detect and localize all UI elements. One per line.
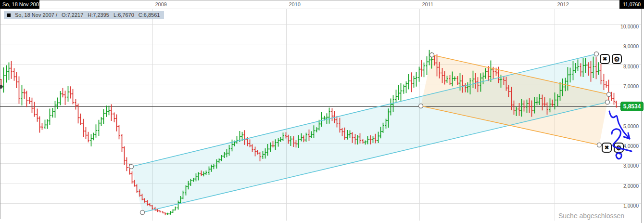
ohlc-bar bbox=[123, 146, 126, 165]
ohlc-bar bbox=[164, 212, 166, 215]
ohlc-bar bbox=[105, 105, 108, 117]
drag-handle[interactable] bbox=[430, 53, 434, 57]
ohlc-bar bbox=[69, 86, 72, 98]
x-axis-label: 2011 bbox=[422, 1, 434, 7]
ohlc-bar bbox=[51, 108, 54, 118]
channel-toolbar-ascending: ✖ ⚙ bbox=[600, 54, 622, 64]
ohlc-bar bbox=[166, 213, 169, 215]
ohlc-bar bbox=[428, 50, 430, 66]
ohlc-bar bbox=[62, 88, 64, 98]
x-axis-label: 2009 bbox=[155, 1, 167, 7]
legend-low: L:6,7670 bbox=[114, 12, 134, 18]
drag-handle[interactable] bbox=[607, 92, 611, 97]
y-axis-label: 9,0000 bbox=[623, 43, 639, 49]
y-axis-label: 5,0000 bbox=[623, 123, 639, 129]
ohlc-bar bbox=[87, 132, 89, 143]
delete-drawing-button[interactable]: ✖ bbox=[602, 143, 612, 153]
crosshair-date-badge: So, 18 Nov 2007 bbox=[0, 0, 39, 9]
ohlc-bar bbox=[403, 84, 405, 93]
drag-handle[interactable] bbox=[594, 52, 599, 56]
ohlc-bar bbox=[100, 117, 102, 126]
ohlc-bar bbox=[18, 77, 20, 104]
ohlc-bar bbox=[605, 81, 607, 88]
y-axis-label: 3,0000 bbox=[623, 163, 639, 169]
ohlc-bar bbox=[407, 74, 410, 89]
channel-toolbar-descending: ✖ ⚙ bbox=[602, 143, 624, 153]
ohlc-bar bbox=[54, 101, 56, 118]
hover-close-marker bbox=[0, 85, 3, 89]
price-chart[interactable]: 10,00009,00008,00007,00006,00005,00004,0… bbox=[0, 0, 644, 223]
ohlc-bar bbox=[98, 120, 100, 136]
delete-drawing-button[interactable]: ✖ bbox=[600, 54, 610, 64]
ohlc-bar bbox=[67, 86, 69, 102]
drawing-settings-button[interactable]: ⚙ bbox=[614, 143, 624, 153]
ohlc-bar bbox=[613, 93, 615, 105]
ohlc-bar bbox=[49, 109, 51, 125]
trend-channel-fills bbox=[131, 54, 609, 212]
ohlc-bar bbox=[159, 210, 161, 212]
x-axis-label: 2012 bbox=[557, 1, 569, 7]
ohlc-bar bbox=[131, 171, 133, 184]
ohlc-bar bbox=[90, 134, 92, 147]
ohlc-legend: So, 18 Nov 2007 / O:7,2217 H:7,2395 L:6,… bbox=[4, 11, 164, 19]
ohlc-bar bbox=[28, 97, 31, 104]
ohlc-bar bbox=[10, 61, 13, 79]
ascending-channel-fill bbox=[131, 54, 607, 212]
ohlc-bar bbox=[415, 72, 417, 86]
legend-open: O:7,2217 bbox=[62, 12, 83, 18]
drag-handle[interactable] bbox=[140, 210, 145, 215]
y-axis-label: 4,0000 bbox=[623, 143, 639, 149]
last-price-badge: 5,8534 bbox=[620, 102, 644, 111]
ohlc-bar bbox=[82, 119, 85, 137]
ohlc-bar bbox=[113, 113, 115, 123]
drag-handle[interactable] bbox=[606, 100, 610, 105]
ohlc-bar bbox=[72, 89, 74, 105]
ohlc-bar bbox=[413, 76, 415, 88]
chart-window: 10,00009,00008,00007,00006,00005,00004,0… bbox=[0, 0, 644, 223]
ohlc-bar bbox=[108, 106, 110, 116]
ohlc-bar bbox=[85, 127, 87, 139]
ohlc-bar bbox=[418, 66, 420, 81]
ohlc-bar bbox=[169, 211, 172, 215]
ohlc-bar bbox=[38, 117, 41, 133]
ohlc-bar bbox=[400, 83, 402, 101]
ohlc-bar bbox=[405, 81, 407, 93]
legend-high: H:7,2395 bbox=[88, 12, 109, 18]
ohlc-bar bbox=[126, 157, 128, 171]
ohlc-bar bbox=[15, 72, 18, 88]
drag-handle[interactable] bbox=[597, 143, 602, 147]
drawing-settings-button[interactable]: ⚙ bbox=[612, 54, 622, 64]
ohlc-bar bbox=[395, 90, 397, 102]
ohlc-bar bbox=[102, 109, 105, 124]
y-axis-label: 8,0000 bbox=[623, 64, 639, 69]
ohlc-bar bbox=[31, 98, 33, 113]
ohlc-bar bbox=[92, 133, 95, 141]
crosshair-price-badge: 11,0760 bbox=[619, 0, 644, 9]
ohlc-bar bbox=[8, 63, 10, 80]
ohlc-bar bbox=[56, 98, 59, 109]
ohlc-bar bbox=[79, 114, 82, 125]
status-text: Suche abgeschlossen bbox=[558, 212, 624, 220]
legend-close: C:6,8561 bbox=[139, 12, 160, 18]
ohlc-bar bbox=[2, 67, 5, 92]
ohlc-bar bbox=[5, 65, 8, 82]
y-axis-label: 1,0000 bbox=[623, 203, 639, 209]
ohlc-bar bbox=[420, 60, 423, 77]
ohlc-bar bbox=[25, 91, 28, 107]
y-axis-label: 2,0000 bbox=[623, 183, 639, 189]
series-marker-icon bbox=[7, 13, 11, 17]
drag-handle[interactable] bbox=[419, 104, 423, 108]
ohlc-bar bbox=[174, 207, 177, 210]
ohlc-bar bbox=[64, 91, 66, 105]
ohlc-bar bbox=[23, 89, 25, 99]
ohlc-bar bbox=[33, 102, 36, 117]
ohlc-bar bbox=[121, 134, 123, 152]
ohlc-bar bbox=[115, 114, 118, 131]
ohlc-bar bbox=[59, 91, 62, 105]
y-axis-label: 10,0000 bbox=[620, 24, 639, 29]
ohlc-bar bbox=[162, 211, 164, 213]
drag-handle[interactable] bbox=[129, 165, 134, 169]
ohlc-bar bbox=[397, 85, 400, 100]
ohlc-bar bbox=[95, 124, 97, 137]
ohlc-bar bbox=[423, 63, 425, 77]
